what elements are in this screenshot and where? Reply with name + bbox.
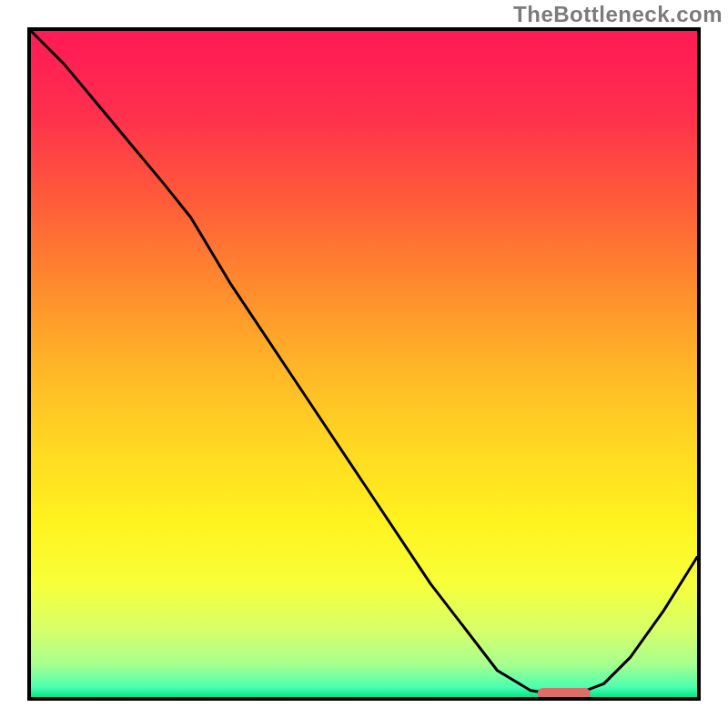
optimal-marker (537, 688, 591, 699)
watermark-text: TheBottleneck.com (513, 2, 723, 27)
plot-frame (27, 27, 701, 701)
bottleneck-curve (31, 31, 697, 697)
chart-container: TheBottleneck.com (0, 0, 728, 728)
